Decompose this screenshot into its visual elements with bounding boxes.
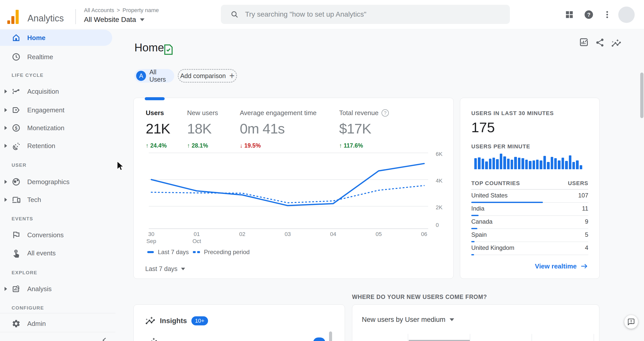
expand-arrow-icon[interactable] xyxy=(5,108,7,112)
new-users-card: New users by User medium xyxy=(352,304,599,341)
sidebar-item-retention[interactable]: Retention xyxy=(0,138,112,154)
country-name: United Kingdom xyxy=(471,244,514,251)
engagement-tag-icon xyxy=(12,106,21,115)
property-selector[interactable]: All Website Data xyxy=(84,16,144,24)
sidebar-item-all-events[interactable]: All events xyxy=(0,245,112,261)
add-comparison-button[interactable]: Add comparison + xyxy=(178,69,237,83)
search-icon xyxy=(230,10,239,18)
y-tick-label: 4K xyxy=(436,178,443,184)
legend-label: Last 7 days xyxy=(158,249,189,256)
more-vertical-icon[interactable] xyxy=(603,10,612,20)
expand-arrow-icon[interactable] xyxy=(5,180,7,184)
sidebar-item-label: Acquisition xyxy=(27,88,59,95)
sidebar-item-admin[interactable]: Admin xyxy=(0,316,112,332)
insights-scrollbar-thumb[interactable] xyxy=(329,331,332,341)
x-tick-label: 06 xyxy=(421,231,427,237)
gridline xyxy=(470,334,470,341)
share-icon[interactable] xyxy=(595,38,605,48)
add-comparison-label: Add comparison xyxy=(180,72,226,80)
users-per-minute-label: USERS PER MINUTE xyxy=(471,143,530,150)
sidebar-item-demographics[interactable]: Demographics xyxy=(0,174,112,190)
sidebar-item-label: Retention xyxy=(27,142,55,150)
divider xyxy=(0,332,115,332)
search-input[interactable] xyxy=(245,10,472,18)
country-row: Canada9 xyxy=(471,216,588,229)
country-bar xyxy=(471,254,474,255)
expand-arrow-icon[interactable] xyxy=(5,198,7,202)
sidebar-section-events: EVENTS xyxy=(12,216,33,222)
minute-bar xyxy=(474,158,477,169)
sidebar-section-life-cycle: LIFE CYCLE xyxy=(12,73,44,78)
sidebar-item-acquisition[interactable]: Acquisition xyxy=(0,83,112,99)
gridline xyxy=(408,334,408,341)
sidebar-item-analysis[interactable]: Analysis xyxy=(0,281,112,297)
metric-value: 18K xyxy=(187,120,218,137)
metric-total-revenue[interactable]: Total revenue ? $17K ↑ 117.6% xyxy=(339,109,389,149)
sidebar-item-label: Conversions xyxy=(27,231,64,239)
country-row: India11 xyxy=(471,203,588,216)
breadcrumb-item[interactable]: All Accounts xyxy=(84,7,114,14)
sidebar-item-label: All events xyxy=(27,249,56,257)
overview-card: Users 21K ↑ 24.4% New users 18K ↑ 28.1% … xyxy=(133,98,454,279)
chip-label: All Users xyxy=(149,69,174,83)
sidebar-item-label: Analysis xyxy=(27,285,52,293)
sidebar-item-home[interactable]: Home xyxy=(0,30,112,46)
breadcrumb-item[interactable]: Property name xyxy=(123,7,159,14)
metric-label: Average engagement time xyxy=(240,109,317,117)
help-icon[interactable]: ? xyxy=(584,10,594,21)
y-tick-label: 0 xyxy=(436,222,439,228)
minute-bar xyxy=(562,158,564,169)
users-column: USERS xyxy=(568,180,588,187)
minute-bar xyxy=(500,154,502,169)
metric-engagement-time[interactable]: Average engagement time 0m 41s ↓ 19.5% xyxy=(240,109,317,149)
page-scrollbar-thumb[interactable] xyxy=(640,73,643,118)
view-realtime-link[interactable]: View realtime xyxy=(535,262,588,270)
insights-header[interactable]: Insights 10+ xyxy=(145,316,208,326)
minute-bar xyxy=(576,160,578,169)
sidebar-item-engagement[interactable]: Engagement xyxy=(0,102,112,118)
flag-icon xyxy=(12,230,21,240)
minute-bar xyxy=(551,157,553,169)
date-range-selector[interactable]: Last 7 days xyxy=(145,265,185,272)
insights-sparkline-icon[interactable] xyxy=(611,38,621,49)
users-30min-value: 175 xyxy=(471,119,495,135)
expand-arrow-icon[interactable] xyxy=(5,144,7,148)
logo-bar-tall xyxy=(16,10,19,24)
country-row: United Kingdom4 xyxy=(471,242,588,255)
analysis-icon xyxy=(12,284,21,293)
minute-bar xyxy=(496,159,499,169)
search-bar[interactable] xyxy=(221,5,510,24)
feedback-button[interactable] xyxy=(624,315,638,329)
x-tick-label: 03 xyxy=(285,231,291,237)
metric-new-users[interactable]: New users 18K ↑ 28.1% xyxy=(187,109,218,149)
sidebar-section-configure: CONFIGURE xyxy=(12,305,44,311)
minute-bar xyxy=(572,162,575,169)
customize-report-icon[interactable] xyxy=(579,37,589,48)
sidebar-item-conversions[interactable]: Conversions xyxy=(0,227,112,243)
expand-arrow-icon[interactable] xyxy=(5,287,7,291)
sidebar-item-monetization[interactable]: $ Monetization xyxy=(0,120,112,136)
minute-bar xyxy=(554,158,557,169)
expand-arrow-icon[interactable] xyxy=(5,126,7,130)
realtime-card: USERS IN LAST 30 MINUTES 175 USERS PER M… xyxy=(460,98,600,279)
all-users-chip[interactable]: A All Users xyxy=(134,69,174,83)
sidebar-item-realtime[interactable]: Realtime xyxy=(0,49,112,65)
metric-label: Users xyxy=(146,109,170,117)
expand-arrow-icon[interactable] xyxy=(5,89,7,93)
sidebar-item-tech[interactable]: Tech xyxy=(0,192,112,208)
new-users-dimension-selector[interactable]: New users by User medium xyxy=(362,316,454,324)
sidebar-item-label: Realtime xyxy=(27,53,53,61)
analytics-home-page: Analytics All Accounts > Property name A… xyxy=(0,0,644,341)
metric-users[interactable]: Users 21K ↑ 24.4% xyxy=(146,109,170,149)
apps-grid-icon[interactable] xyxy=(565,10,574,20)
help-icon[interactable]: ? xyxy=(382,109,389,117)
minute-bar xyxy=(489,159,491,169)
collapse-sidebar-icon[interactable] xyxy=(101,336,108,341)
avatar[interactable] xyxy=(618,7,635,23)
breadcrumb[interactable]: All Accounts > Property name xyxy=(84,7,159,14)
page-title: Home xyxy=(134,41,164,54)
minute-bar xyxy=(511,160,513,169)
chevron-down-icon xyxy=(181,268,185,270)
logo-bar-small xyxy=(7,20,10,24)
report-verified-icon[interactable] xyxy=(164,44,173,56)
